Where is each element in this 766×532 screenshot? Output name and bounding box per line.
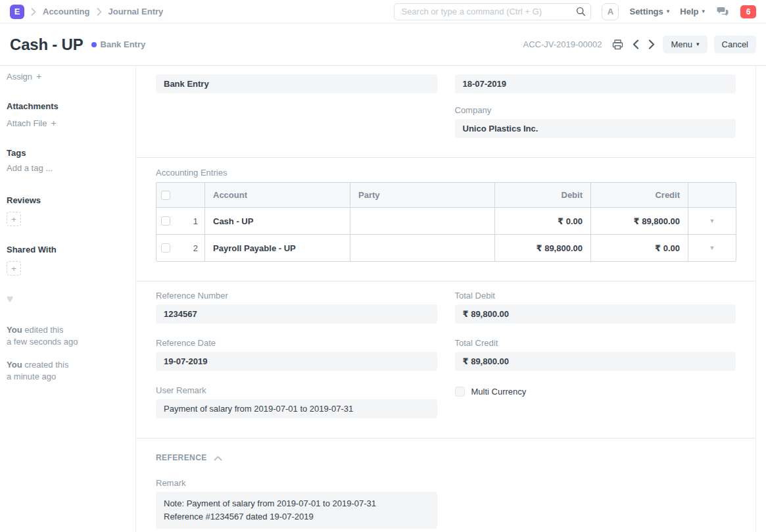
indicator-dot-icon <box>91 42 97 47</box>
status-indicator: Bank Entry <box>91 39 146 49</box>
menu-button-label: Menu <box>671 39 692 49</box>
row-expand-icon[interactable]: ▼ <box>688 208 736 234</box>
activity-who: You <box>7 360 22 370</box>
user-remark-label: User Remark <box>156 385 437 395</box>
indicator-label: Bank Entry <box>101 39 146 49</box>
reference-section-title: REFERENCE <box>156 453 207 462</box>
remark-field[interactable]: Note: Payment of salary from 2019-07-01 … <box>156 492 437 529</box>
reference-number-label: Reference Number <box>156 291 437 301</box>
debit-cell[interactable]: ₹ 89,800.00 <box>494 235 590 261</box>
remark-line: Note: Payment of salary from 2019-07-01 … <box>164 497 429 510</box>
party-cell[interactable] <box>350 235 494 261</box>
plus-icon: + <box>36 71 41 82</box>
breadcrumb-accounting[interactable]: Accounting <box>43 7 90 16</box>
multi-currency-checkbox[interactable] <box>455 387 465 397</box>
navbar: E Accounting Journal Entry A Settings ▾ … <box>0 0 766 24</box>
posting-date-field[interactable]: 18-07-2019 <box>455 74 736 93</box>
plus-icon: + <box>51 118 56 128</box>
chevron-down-icon: ▾ <box>702 9 705 14</box>
accounting-entries-table: Account Party Debit Credit 1 Cash - UP ₹… <box>156 182 736 262</box>
user-avatar[interactable]: A <box>602 3 619 20</box>
app-logo[interactable]: E <box>10 5 24 19</box>
credit-cell[interactable]: ₹ 0.00 <box>590 235 688 261</box>
like-heart-icon[interactable]: ♥ <box>7 293 126 306</box>
table-row: 2 Payroll Payable - UP ₹ 89,800.00 ₹ 0.0… <box>156 234 736 261</box>
breadcrumb-journal-entry[interactable]: Journal Entry <box>108 7 164 16</box>
accounting-entries-label: Accounting Entries <box>156 168 736 178</box>
shared-with-heading: Shared With <box>7 245 126 254</box>
assign-link[interactable]: Assign + <box>7 71 126 82</box>
credit-cell[interactable]: ₹ 89,800.00 <box>590 208 688 234</box>
tags-heading: Tags <box>7 148 126 158</box>
add-review-button[interactable]: + <box>7 212 21 226</box>
right-gutter <box>756 66 766 532</box>
form-body: Bank Entry 18-07-2019 Company Unico Plas… <box>136 66 756 532</box>
activity-who: You <box>7 325 22 335</box>
reference-section-toggle[interactable]: REFERENCE <box>156 452 736 464</box>
reference-date-field[interactable]: 19-07-2019 <box>156 352 437 371</box>
row-index-header <box>175 183 204 207</box>
document-id: ACC-JV-2019-00002 <box>523 39 602 49</box>
help-menu[interactable]: Help ▾ <box>680 7 705 16</box>
row-index: 2 <box>175 235 204 261</box>
attach-file-label: Attach File <box>7 118 47 128</box>
activity-action: created this <box>24 360 68 370</box>
activity-entry: You created this a minute ago <box>7 359 126 382</box>
section-reference-totals: Reference Number 1234567 Reference Date … <box>136 281 755 439</box>
help-label: Help <box>680 7 698 16</box>
company-label: Company <box>455 105 736 115</box>
page-title: Cash - UP <box>10 36 84 54</box>
remark-line: Reference #1234567 dated 19-07-2019 <box>164 510 429 523</box>
chat-icon[interactable] <box>715 5 730 18</box>
attach-file-link[interactable]: Attach File + <box>7 118 126 128</box>
company-field[interactable]: Unico Plastics Inc. <box>455 119 736 138</box>
layout: Assign + Attachments Attach File + Tags … <box>0 66 766 532</box>
prev-document-icon[interactable] <box>631 38 640 51</box>
activity-time: a few seconds ago <box>7 336 126 348</box>
settings-label: Settings <box>629 7 663 16</box>
total-credit-field: ₹ 89,800.00 <box>455 352 736 371</box>
menu-button[interactable]: Menu ▾ <box>663 36 707 53</box>
debit-cell[interactable]: ₹ 0.00 <box>494 208 590 234</box>
add-tag-link[interactable]: Add a tag ... <box>7 163 126 173</box>
table-header-row: Account Party Debit Credit <box>156 183 736 208</box>
chevron-down-icon: ▾ <box>696 41 700 47</box>
activity-entry: You edited this a few seconds ago <box>7 324 126 347</box>
search-input[interactable] <box>394 3 591 20</box>
next-document-icon[interactable] <box>647 38 656 51</box>
party-cell[interactable] <box>350 208 494 234</box>
account-cell[interactable]: Payroll Payable - UP <box>204 235 350 261</box>
user-remark-field[interactable]: Payment of salary from 2019-07-01 to 201… <box>156 399 437 418</box>
activity-action: edited this <box>24 325 63 335</box>
chevron-up-icon <box>214 452 222 464</box>
row-expand-icon[interactable]: ▼ <box>688 235 736 261</box>
reference-date-label: Reference Date <box>156 338 437 348</box>
breadcrumb: E Accounting Journal Entry <box>10 5 163 19</box>
settings-menu[interactable]: Settings ▾ <box>629 7 669 16</box>
assign-label: Assign <box>7 72 32 82</box>
chevron-down-icon: ▾ <box>667 9 670 14</box>
search-icon <box>576 7 586 19</box>
chevron-right-icon <box>31 8 36 16</box>
select-all-checkbox[interactable] <box>161 191 170 200</box>
notification-badge[interactable]: 6 <box>740 5 756 18</box>
column-header-debit: Debit <box>494 183 590 207</box>
reference-number-field[interactable]: 1234567 <box>156 304 437 324</box>
entry-type-field[interactable]: Bank Entry <box>156 74 437 93</box>
account-cell[interactable]: Cash - UP <box>204 208 350 234</box>
reviews-heading: Reviews <box>7 195 126 205</box>
column-header-account: Account <box>204 183 350 207</box>
attachments-heading: Attachments <box>7 101 126 111</box>
form-sidebar: Assign + Attachments Attach File + Tags … <box>0 66 136 532</box>
section-reference: REFERENCE Remark Note: Payment of salary… <box>136 439 755 532</box>
activity-time: a minute ago <box>7 371 126 383</box>
column-header-party: Party <box>350 183 494 207</box>
cancel-button[interactable]: Cancel <box>714 36 756 53</box>
chevron-right-icon <box>97 8 102 16</box>
print-icon[interactable] <box>611 38 625 51</box>
row-checkbox[interactable] <box>161 216 170 226</box>
column-header-actions <box>688 183 736 207</box>
add-share-button[interactable]: + <box>7 261 21 276</box>
row-checkbox[interactable] <box>161 243 170 253</box>
total-debit-field: ₹ 89,800.00 <box>455 304 736 324</box>
